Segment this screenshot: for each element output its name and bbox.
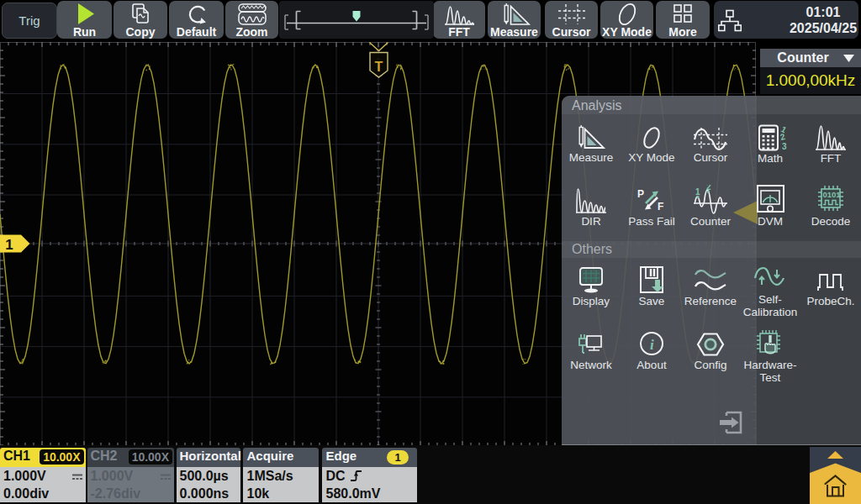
svg-text:3: 3 xyxy=(782,142,787,151)
svg-text:F: F xyxy=(658,201,663,213)
svg-text:P: P xyxy=(637,188,644,200)
svg-text:T: T xyxy=(375,60,383,74)
svg-text:2: 2 xyxy=(779,132,787,142)
svg-text:2: 2 xyxy=(706,185,711,192)
svg-text:i: i xyxy=(650,337,654,353)
svg-text:0101: 0101 xyxy=(823,190,842,199)
svg-text:1: 1 xyxy=(695,187,700,197)
svg-text:1: 1 xyxy=(5,237,13,253)
